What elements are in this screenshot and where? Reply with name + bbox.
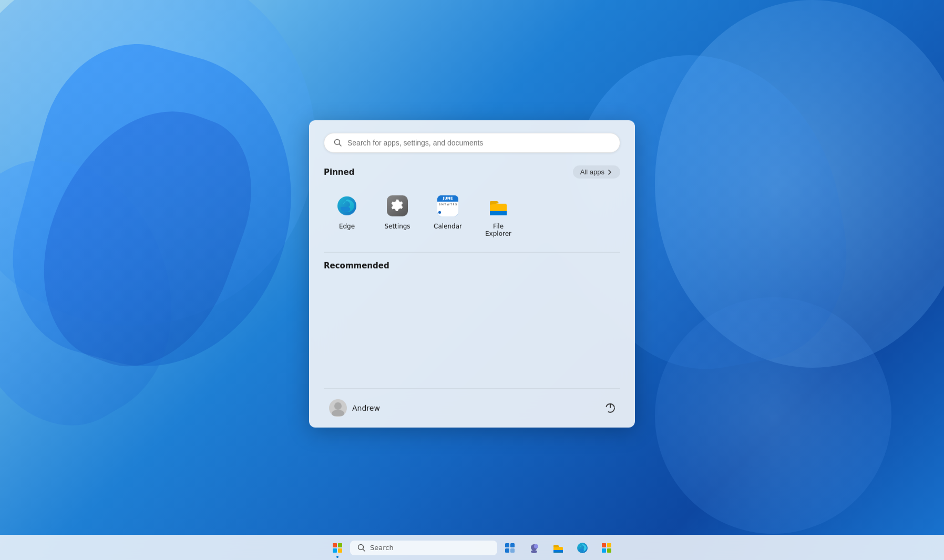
svg-rect-12 — [510, 543, 515, 547]
app-item-calendar[interactable]: JUNE SMTWTFS Calendar — [425, 187, 471, 244]
desktop: Pinned All apps — [0, 0, 944, 560]
svg-rect-22 — [607, 543, 611, 547]
edge-icon-container — [334, 193, 360, 219]
user-profile[interactable]: Andrew — [324, 396, 385, 420]
start-menu: Pinned All apps — [309, 120, 635, 428]
power-icon — [604, 402, 616, 414]
folder-icon-container — [486, 193, 511, 219]
folder-app-icon — [488, 195, 509, 216]
avatar-icon — [330, 400, 346, 416]
edge-app-icon — [336, 195, 357, 216]
svg-rect-19 — [553, 550, 563, 553]
recommended-header: Recommended — [324, 261, 620, 271]
username-label: Andrew — [352, 404, 380, 412]
settings-gear-icon — [390, 199, 405, 213]
taskbar-store[interactable] — [595, 536, 618, 559]
store-icon — [601, 542, 612, 554]
taskbar-start-button[interactable] — [326, 536, 349, 559]
windows-logo — [333, 543, 342, 553]
taskbar-edge-icon — [577, 542, 588, 554]
pinned-header: Pinned All apps — [324, 165, 620, 179]
taskbar-center: Search — [326, 536, 618, 559]
recommended-section: Recommended — [324, 252, 620, 384]
all-apps-label: All apps — [580, 168, 604, 176]
app-item-file-explorer[interactable]: File Explorer — [475, 187, 521, 244]
svg-rect-24 — [607, 548, 611, 553]
settings-app-label: Settings — [384, 223, 410, 230]
svg-rect-11 — [505, 543, 509, 547]
svg-line-10 — [363, 549, 365, 551]
svg-rect-13 — [505, 548, 509, 553]
taskbar-search-icon — [357, 544, 366, 552]
pinned-title: Pinned — [324, 167, 354, 177]
app-item-edge[interactable]: Edge — [324, 187, 370, 244]
svg-point-5 — [334, 402, 342, 410]
taskbar-edge[interactable] — [571, 536, 594, 559]
calendar-bg: JUNE SMTWTFS — [437, 195, 458, 216]
file-explorer-app-label: File Explorer — [484, 223, 513, 237]
edge-app-label: Edge — [339, 223, 355, 230]
svg-rect-14 — [510, 548, 515, 553]
start-search-input[interactable] — [347, 139, 610, 147]
taskbar-search-text: Search — [370, 544, 394, 552]
calendar-app-label: Calendar — [434, 223, 462, 230]
recommended-title: Recommended — [324, 261, 389, 271]
taskbar: Search — [0, 535, 944, 560]
svg-line-1 — [340, 144, 342, 146]
widgets-icon — [504, 542, 516, 554]
user-avatar — [329, 399, 347, 417]
power-button[interactable] — [600, 398, 620, 418]
chat-icon — [528, 542, 540, 554]
pinned-apps-grid: Edge Settings — [324, 187, 620, 244]
svg-rect-4 — [490, 211, 507, 215]
calendar-icon-container: JUNE SMTWTFS — [435, 193, 460, 219]
svg-point-6 — [332, 410, 344, 416]
svg-rect-21 — [602, 543, 606, 547]
start-footer: Andrew — [324, 388, 620, 428]
search-icon — [334, 139, 342, 147]
settings-icon-container — [385, 193, 410, 219]
taskbar-widgets[interactable] — [498, 536, 521, 559]
taskbar-file-explorer[interactable] — [547, 536, 570, 559]
app-item-settings[interactable]: Settings — [374, 187, 420, 244]
settings-bg — [387, 195, 408, 216]
taskbar-search[interactable]: Search — [350, 541, 497, 555]
taskbar-folder-icon — [552, 542, 564, 554]
taskbar-chat[interactable] — [522, 536, 546, 559]
chevron-right-icon — [607, 169, 613, 175]
svg-rect-23 — [602, 548, 606, 553]
recommended-area — [324, 279, 620, 384]
start-search-bar[interactable] — [324, 133, 620, 153]
all-apps-button[interactable]: All apps — [573, 165, 620, 179]
svg-point-17 — [531, 550, 537, 553]
svg-point-16 — [534, 544, 538, 548]
